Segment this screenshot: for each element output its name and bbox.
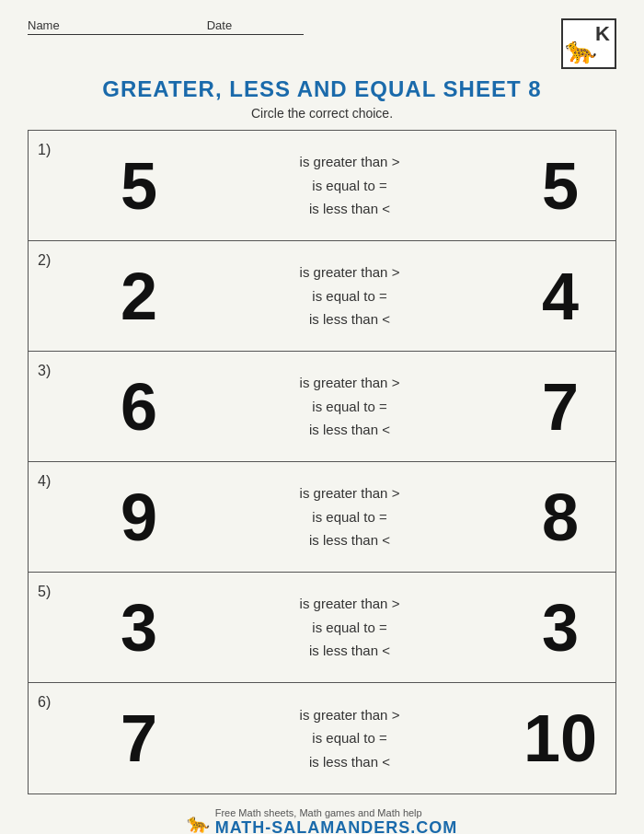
table-row: 2) 2 is greater than > is equal to = is … bbox=[29, 241, 615, 352]
problem-number: 4) bbox=[29, 462, 84, 490]
choices-column: is greater than > is equal to = is less … bbox=[194, 365, 505, 448]
footer-line1: Free Math sheets, Math games and Math he… bbox=[215, 807, 422, 818]
choices-column: is greater than > is equal to = is less … bbox=[194, 475, 505, 559]
header-labels: Name Date bbox=[28, 18, 304, 35]
greater-choice[interactable]: is greater than > bbox=[300, 153, 400, 171]
greater-choice[interactable]: is greater than > bbox=[300, 484, 400, 503]
choices-column: is greater than > is equal to = is less … bbox=[194, 254, 505, 338]
choices-column: is greater than > is equal to = is less … bbox=[194, 144, 505, 227]
table-row: 6) 7 is greater than > is equal to = is … bbox=[29, 683, 615, 793]
date-label: Date bbox=[207, 18, 232, 32]
right-number: 8 bbox=[505, 480, 615, 555]
equal-choice[interactable]: is equal to = bbox=[312, 398, 386, 416]
subtitle: Circle the correct choice. bbox=[28, 106, 616, 121]
less-choice[interactable]: is less than < bbox=[309, 421, 390, 439]
choices-column: is greater than > is equal to = is less … bbox=[194, 585, 505, 669]
footer-logo-icon: 🐆 bbox=[187, 812, 210, 834]
right-number: 4 bbox=[505, 259, 615, 334]
greater-choice[interactable]: is greater than > bbox=[300, 706, 400, 724]
choices-column: is greater than > is equal to = is less … bbox=[194, 697, 505, 781]
equal-choice[interactable]: is equal to = bbox=[312, 508, 386, 527]
table-row: 3) 6 is greater than > is equal to = is … bbox=[29, 352, 615, 462]
table-row: 1) 5 is greater than > is equal to = is … bbox=[29, 131, 615, 241]
logo-box: K 🐆 bbox=[561, 18, 616, 69]
less-choice[interactable]: is less than < bbox=[309, 642, 390, 660]
logo-k-letter: K bbox=[595, 22, 610, 46]
problem-number: 6) bbox=[29, 683, 84, 711]
less-choice[interactable]: is less than < bbox=[309, 200, 390, 218]
table-row: 4) 9 is greater than > is equal to = is … bbox=[29, 462, 615, 573]
problem-number: 5) bbox=[29, 573, 84, 600]
name-label: Name bbox=[28, 18, 60, 32]
right-number: 3 bbox=[505, 590, 615, 666]
logo-leopard-icon: 🐆 bbox=[565, 35, 597, 65]
less-choice[interactable]: is less than < bbox=[309, 310, 390, 329]
footer: 🐆 Free Math sheets, Math games and Math … bbox=[28, 807, 616, 834]
less-choice[interactable]: is less than < bbox=[309, 531, 390, 550]
problem-number: 3) bbox=[29, 352, 84, 379]
footer-line2: MATH-SALAMANDERS.COM bbox=[215, 818, 458, 834]
page-title: GREATER, LESS AND EQUAL SHEET 8 bbox=[28, 76, 616, 102]
table-row: 5) 3 is greater than > is equal to = is … bbox=[29, 573, 615, 683]
left-number: 9 bbox=[84, 480, 194, 555]
problem-number: 1) bbox=[29, 131, 84, 158]
left-number: 5 bbox=[84, 148, 194, 224]
left-number: 2 bbox=[84, 259, 194, 334]
less-choice[interactable]: is less than < bbox=[309, 753, 390, 771]
header-row: Name Date K 🐆 bbox=[28, 18, 616, 69]
left-number: 7 bbox=[84, 701, 194, 776]
equal-choice[interactable]: is equal to = bbox=[312, 729, 386, 747]
right-number: 7 bbox=[505, 369, 615, 445]
worksheet-table: 1) 5 is greater than > is equal to = is … bbox=[28, 130, 616, 794]
left-number: 3 bbox=[84, 590, 194, 666]
greater-choice[interactable]: is greater than > bbox=[300, 263, 400, 282]
greater-choice[interactable]: is greater than > bbox=[300, 595, 400, 613]
right-number: 10 bbox=[505, 701, 615, 776]
left-number: 6 bbox=[84, 369, 194, 445]
right-number: 5 bbox=[505, 148, 615, 224]
footer-text-block: Free Math sheets, Math games and Math he… bbox=[215, 807, 458, 834]
equal-choice[interactable]: is equal to = bbox=[312, 177, 386, 195]
equal-choice[interactable]: is equal to = bbox=[312, 619, 386, 637]
problem-number: 2) bbox=[29, 241, 84, 269]
page: Name Date K 🐆 GREATER, LESS AND EQUAL SH… bbox=[0, 0, 644, 834]
equal-choice[interactable]: is equal to = bbox=[312, 287, 386, 306]
greater-choice[interactable]: is greater than > bbox=[300, 374, 400, 392]
